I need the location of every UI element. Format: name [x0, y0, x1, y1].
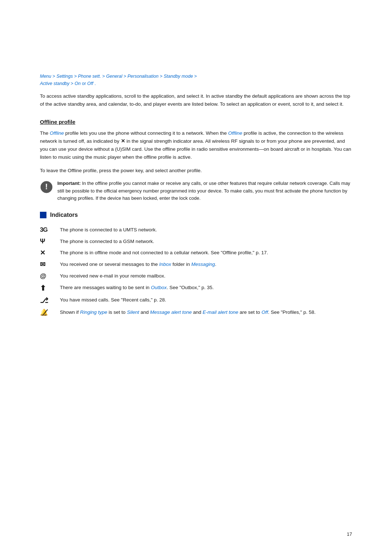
inbox-link[interactable]: Inbox [159, 262, 171, 267]
email-alert-tone-link[interactable]: E-mail alert tone [203, 309, 238, 315]
offline-link-1[interactable]: Offline [50, 130, 64, 136]
indicator-icon-missed: ⎇ [40, 294, 60, 307]
breadcrumb: Menu > Settings > Phone sett. > General … [40, 73, 352, 87]
indicator-row-messages: ✉ You received one or several messages t… [40, 259, 352, 270]
message-alert-tone-link[interactable]: Message alert tone [150, 309, 192, 315]
breadcrumb-general[interactable]: General [106, 74, 122, 79]
indicator-row-email: @ You received new e-mail in your remote… [40, 270, 352, 282]
indicator-desc-offline: The phone is in offline mode and not con… [60, 247, 352, 259]
indicators-heading-container: Indicators [40, 212, 352, 218]
silent-link[interactable]: Silent [127, 309, 139, 315]
indicator-desc-messages: You received one or several messages to … [60, 259, 352, 270]
indicator-icon-offline: ✕ [40, 247, 60, 259]
indicator-icon-3g: 3G [40, 224, 60, 236]
breadcrumb-activestandby[interactable]: Active standby [40, 81, 69, 86]
indicators-blue-rect [40, 212, 46, 218]
offline-profile-para1: The Offline profile lets you use the pho… [40, 129, 352, 162]
indicators-heading-text: Indicators [50, 212, 78, 218]
indicator-desc-silent: Shown if Ringing type is set to Silent a… [60, 307, 352, 318]
page: Menu > Settings > Phone sett. > General … [0, 0, 392, 555]
offline-para1-mid: profile lets you use the phone without c… [64, 130, 228, 136]
breadcrumb-line1: Menu > Settings > Phone sett. > General … [40, 74, 197, 79]
offline-profile-para2: To leave the Offline profile, press the … [40, 167, 352, 175]
important-note-text: Important: In the offline profile you ca… [57, 180, 352, 202]
breadcrumb-on[interactable]: On [75, 81, 81, 86]
off-link[interactable]: Off [261, 309, 268, 315]
indicator-icon-messages: ✉ [40, 259, 60, 270]
indicator-row-3g: 3G The phone is connected to a UMTS netw… [40, 224, 352, 236]
indicator-row-offline: ✕ The phone is in offline mode and not c… [40, 247, 352, 259]
breadcrumb-standbymode[interactable]: Standby mode [164, 74, 193, 79]
messaging-link[interactable]: Messaging [191, 262, 215, 267]
important-icon: ! [40, 181, 53, 194]
indicator-desc-outbox: There are messages waiting to be sent in… [60, 282, 352, 294]
svg-text:!: ! [45, 182, 48, 191]
offline-profile-heading: Offline profile [40, 119, 352, 125]
breadcrumb-phonesett[interactable]: Phone sett. [78, 74, 101, 79]
indicator-desc-missed: You have missed calls. See "Recent calls… [60, 294, 352, 307]
indicator-desc-gsm: The phone is connected to a GSM network. [60, 236, 352, 247]
breadcrumb-line2: Active standby > On or Off . [40, 81, 96, 86]
indicator-icon-outbox: ⬆ [40, 282, 60, 294]
indicator-row-gsm: Ψ The phone is connected to a GSM networ… [40, 236, 352, 247]
indicator-desc-email: You received new e-mail in your remote m… [60, 270, 352, 282]
breadcrumb-off[interactable]: Off [87, 81, 93, 86]
indicator-desc-3g: The phone is connected to a UMTS network… [60, 224, 352, 236]
important-label: Important: [57, 181, 81, 186]
intro-paragraph: To access active standby applications, s… [40, 92, 352, 109]
important-note-body: In the offline profile you cannot make o… [57, 181, 350, 201]
indicator-icon-email: @ [40, 270, 60, 282]
offline-profile-para1-text-start: The [40, 130, 50, 136]
breadcrumb-menu[interactable]: Menu [40, 74, 51, 79]
indicator-icon-gsm: Ψ [40, 236, 60, 247]
ringing-type-link[interactable]: Ringing type [80, 309, 107, 315]
offline-link-2[interactable]: Offline [228, 130, 242, 136]
important-note: ! Important: In the offline profile you … [40, 180, 352, 202]
breadcrumb-personalisation[interactable]: Personalisation [127, 74, 158, 79]
outbox-link[interactable]: Outbox [151, 285, 167, 290]
indicator-row-missed: ⎇ You have missed calls. See "Recent cal… [40, 294, 352, 307]
indicator-row-outbox: ⬆ There are messages waiting to be sent … [40, 282, 352, 294]
breadcrumb-settings[interactable]: Settings [57, 74, 73, 79]
page-number: 17 [347, 531, 352, 537]
indicator-row-silent: 🔔̸ Shown if Ringing type is set to Silen… [40, 307, 352, 318]
indicators-table: 3G The phone is connected to a UMTS netw… [40, 224, 352, 318]
indicator-icon-silent: 🔔̸ [40, 307, 60, 318]
